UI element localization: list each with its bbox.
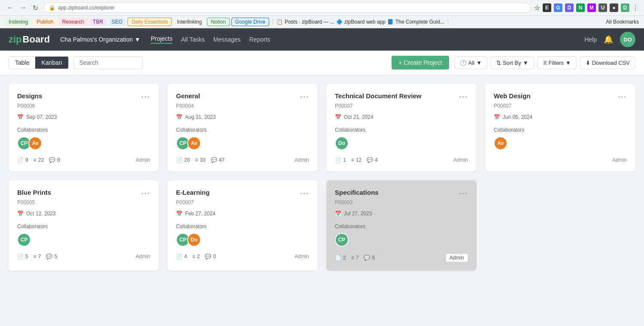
back-button[interactable]: ←: [5, 3, 15, 12]
card-title: E-Learning: [176, 189, 210, 196]
user-icon[interactable]: D: [621, 3, 629, 12]
reload-button[interactable]: ↻: [31, 3, 40, 13]
comments-stat: 💬 5: [46, 254, 57, 260]
card-more-button[interactable]: ···: [459, 189, 468, 198]
sort-button[interactable]: ⇅ Sort By ▼: [491, 57, 534, 69]
collaborators-label: Collaborators: [176, 127, 309, 133]
bookmark-tbr[interactable]: TBR: [89, 18, 106, 26]
main-nav: Projects All Tasks Messages Reports: [151, 35, 270, 44]
calendar-icon: 📅: [335, 114, 341, 120]
card-more-button[interactable]: ···: [300, 189, 309, 198]
tasks-stat: ≡ 7: [351, 255, 359, 261]
star-icon[interactable]: ☆: [534, 4, 540, 12]
org-selector[interactable]: Cha Palmos's Organization ▼: [60, 36, 140, 43]
comment-icon: 💬: [46, 254, 52, 260]
card-footer: 📄 1 ≡ 12 💬 4 Admin: [335, 157, 468, 163]
ext-icon-3[interactable]: D: [565, 3, 574, 12]
kanban-view-button[interactable]: Kanban: [35, 57, 68, 69]
bookmark-separator-2: [448, 18, 448, 25]
project-card[interactable]: Blue Prints···P00005📅 Oct 12, 2023Collab…: [9, 180, 159, 271]
help-link[interactable]: Help: [584, 36, 597, 43]
bookmark-daily[interactable]: Daily Essentials: [128, 18, 172, 26]
bookmark-research[interactable]: Research: [59, 18, 88, 26]
bookmark-link-posts[interactable]: 📋 Posts · zipBoard — ...: [276, 19, 334, 25]
calendar-icon: 📅: [494, 114, 500, 120]
card-stats: 📄 1 ≡ 12 💬 4: [335, 157, 378, 163]
list-icon: ≡: [192, 254, 195, 260]
search-input[interactable]: [74, 56, 143, 69]
collaborators-label: Collaborators: [335, 223, 468, 229]
projects-grid: Designs···P00006📅 Sep 07, 2023Collaborat…: [9, 84, 635, 271]
ext-icon-2[interactable]: G: [554, 3, 562, 12]
card-code: P00007: [176, 199, 309, 205]
role-badge: Admin: [446, 254, 468, 262]
card-more-button[interactable]: ···: [141, 92, 150, 101]
all-bookmarks-link[interactable]: All Bookmarks: [606, 19, 639, 25]
url-text: app.zipboard.co/explorer: [58, 5, 115, 11]
main-content: Designs···P00006📅 Sep 07, 2023Collaborat…: [0, 75, 644, 279]
ext-icon-6[interactable]: U: [598, 3, 607, 12]
project-card[interactable]: E-Learning···P00007📅 Feb 27, 2024Collabo…: [167, 180, 318, 271]
avatar: Av: [28, 136, 42, 150]
collaborators-label: Collaborators: [17, 223, 150, 229]
bookmark-gdrive[interactable]: Google Drive: [231, 18, 269, 26]
all-filter-button[interactable]: 🕐 All ▼: [454, 57, 487, 69]
bookmark-link-webapp[interactable]: 🔷 zipBoard web app: [336, 19, 386, 25]
doc-icon: 📄: [17, 157, 24, 163]
ext-icon-4[interactable]: N: [576, 3, 585, 12]
collaborators-label: Collaborators: [176, 223, 309, 229]
nav-all-tasks[interactable]: All Tasks: [181, 36, 205, 43]
download-icon: ⬇: [586, 60, 590, 66]
create-project-button[interactable]: + Create Project: [392, 56, 449, 69]
project-card[interactable]: Web Design···P00007📅 Jun 05, 2024Collabo…: [485, 84, 635, 172]
forward-button[interactable]: →: [18, 3, 28, 12]
card-stats: 📄 2 ≡ 7 💬 6: [335, 255, 375, 261]
browser-nav: ← → ↻: [5, 3, 40, 13]
nav-projects[interactable]: Projects: [151, 35, 173, 44]
card-code: P00003: [335, 199, 468, 205]
project-card[interactable]: Technical Document Review···P00007📅 Oct …: [326, 84, 477, 172]
bookmark-indexing[interactable]: Indexing: [5, 18, 31, 26]
doc-icon: 📄: [335, 255, 341, 261]
project-card[interactable]: Designs···P00006📅 Sep 07, 2023Collaborat…: [9, 84, 159, 172]
card-more-button[interactable]: ···: [618, 92, 627, 101]
card-stats: 📄 9 ≡ 22 💬 8: [17, 157, 60, 163]
calendar-icon: 📅: [176, 211, 182, 217]
card-more-button[interactable]: ···: [141, 189, 150, 198]
ext-icon-7[interactable]: ●: [610, 3, 618, 12]
ext-icon-1[interactable]: E: [543, 3, 551, 12]
tasks-stat: ≡ 7: [33, 254, 41, 260]
bookmark-notion[interactable]: Notion: [207, 18, 230, 26]
address-bar[interactable]: 🔒 app.zipboard.co/explorer: [43, 3, 531, 13]
card-footer: 📄 2 ≡ 7 💬 6 Admin: [335, 254, 468, 262]
docs-stat: 📄 2: [335, 255, 346, 261]
project-card[interactable]: Specifications···P00003📅 Jul 27, 2023Col…: [326, 180, 477, 271]
collaborators-avatars: CPDo: [176, 233, 309, 247]
bookmark-interlinking[interactable]: Interlinking: [173, 18, 205, 26]
card-title: General: [176, 92, 200, 100]
nav-reports[interactable]: Reports: [249, 36, 270, 43]
nav-messages[interactable]: Messages: [213, 36, 241, 43]
bookmark-seo[interactable]: SEO: [108, 18, 126, 26]
notifications-button[interactable]: 🔔: [604, 35, 613, 44]
menu-icon[interactable]: ⋮: [632, 4, 639, 12]
card-stats: 📄 5 ≡ 7 💬 5: [17, 254, 57, 260]
user-avatar[interactable]: DO: [620, 32, 635, 47]
doc-icon: 📄: [17, 254, 24, 260]
card-title: Technical Document Review: [335, 92, 421, 100]
card-more-button[interactable]: ···: [459, 92, 468, 101]
bookmark-publish[interactable]: Publish: [33, 18, 57, 26]
browser-bar: ← → ↻ 🔒 app.zipboard.co/explorer ☆ E G D…: [0, 0, 644, 16]
table-view-button[interactable]: Table: [9, 57, 35, 69]
header-right: Help 🔔 DO: [584, 32, 635, 47]
download-csv-button[interactable]: ⬇ Download CSV: [580, 57, 635, 69]
app-header: zip Board Cha Palmos's Organization ▼ Pr…: [0, 28, 644, 51]
card-more-button[interactable]: ···: [300, 92, 309, 101]
ext-icon-5[interactable]: M: [587, 3, 596, 12]
bookmark-link-guide[interactable]: 📘 The Complete Guid...: [387, 19, 444, 25]
card-stats: 📄 20 ≡ 33 💬 47: [176, 157, 225, 163]
project-card[interactable]: General···P00004📅 Aug 31, 2023Collaborat…: [167, 84, 318, 172]
card-title: Designs: [17, 92, 42, 100]
filters-button[interactable]: ⧖ Filters ▼: [538, 56, 577, 69]
logo-board: Board: [23, 34, 50, 45]
